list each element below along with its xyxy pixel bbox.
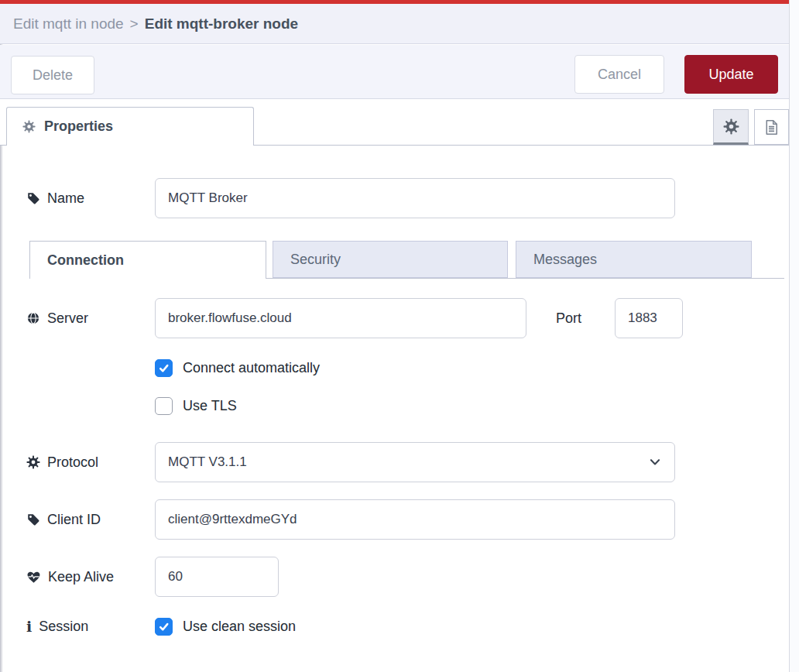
document-icon [763, 118, 780, 136]
use-tls-label: Use TLS [183, 398, 237, 414]
protocol-select[interactable]: MQTT V3.1.1 [155, 442, 675, 482]
node-settings-button[interactable] [713, 109, 749, 145]
info-icon: i [26, 619, 32, 634]
session-label: i Session [26, 606, 88, 646]
vertical-scrollbar-track[interactable] [789, 0, 799, 672]
dialog-toolbar: Delete Cancel Update [0, 45, 789, 99]
globe-icon [26, 311, 40, 325]
client-id-label: Client ID [26, 499, 101, 540]
checkmark-icon [158, 362, 170, 374]
heartbeat-icon [26, 570, 41, 585]
use-tls-row: Use TLS [155, 397, 237, 415]
tag-icon [26, 513, 40, 526]
server-input[interactable] [155, 298, 526, 338]
tab-security[interactable]: Security [273, 241, 508, 278]
cancel-button[interactable]: Cancel [574, 55, 664, 94]
server-label: Server [26, 298, 88, 338]
connect-automatically-checkbox[interactable] [155, 359, 173, 377]
name-label: Name [26, 178, 84, 218]
gear-icon [723, 118, 739, 135]
tab-connection[interactable]: Connection [29, 241, 266, 279]
port-label: Port [556, 298, 581, 338]
gear-icon [26, 455, 40, 469]
protocol-selected-value: MQTT V3.1.1 [168, 454, 247, 470]
keep-alive-label: Keep Alive [26, 557, 114, 597]
tab-messages[interactable]: Messages [516, 241, 752, 278]
checkmark-icon [158, 621, 170, 633]
client-id-input[interactable] [155, 499, 675, 540]
delete-button[interactable]: Delete [11, 56, 94, 94]
tag-icon [26, 191, 40, 205]
chevron-down-icon [648, 455, 662, 469]
use-tls-checkbox[interactable] [155, 397, 173, 415]
clean-session-row: Use clean session [155, 618, 296, 636]
breadcrumb-separator: > [130, 15, 139, 33]
tab-properties[interactable]: Properties [6, 107, 254, 146]
gear-icon [22, 120, 36, 133]
editor-tab-bar: Properties [0, 99, 789, 146]
keep-alive-input[interactable] [155, 557, 279, 597]
breadcrumb-parent[interactable]: Edit mqtt in node [13, 15, 124, 33]
update-button[interactable]: Update [684, 55, 778, 94]
connect-automatically-row: Connect automatically [155, 359, 320, 377]
connect-automatically-label: Connect automatically [183, 360, 320, 376]
name-input[interactable] [155, 178, 675, 218]
protocol-label: Protocol [26, 442, 98, 482]
description-button[interactable] [754, 109, 789, 145]
page-title: Edit mqtt-broker node [145, 15, 298, 33]
clean-session-label: Use clean session [183, 619, 296, 635]
clean-session-checkbox[interactable] [155, 618, 173, 636]
port-input[interactable] [615, 298, 683, 338]
broker-subtabs: Connection Security Messages [29, 241, 784, 279]
tab-properties-label: Properties [44, 118, 113, 135]
breadcrumb: Edit mqtt in node > Edit mqtt-broker nod… [0, 4, 789, 44]
